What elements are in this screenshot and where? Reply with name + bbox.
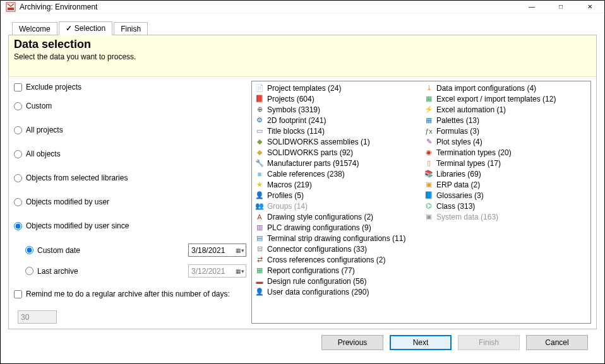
item-label: Symbols (3319) xyxy=(267,105,320,114)
radio-modified-by-user-input[interactable] xyxy=(14,198,22,206)
tab-selection-label: Selection xyxy=(75,24,105,33)
data-type-item[interactable]: ▦Excel export / import templates (12) xyxy=(424,93,588,104)
tab-panel: Data selection Select the data you want … xyxy=(8,35,597,329)
data-type-item[interactable]: ƒxFormulas (3) xyxy=(424,126,588,136)
content: Welcome ✓Selection Finish Data selection… xyxy=(1,13,604,363)
item-label: Formulas (3) xyxy=(436,127,479,136)
item-icon: ⇄ xyxy=(255,255,265,265)
data-type-item[interactable]: 👤Profiles (5) xyxy=(255,190,419,201)
subradio-last-archive-input[interactable] xyxy=(25,267,33,275)
exclude-projects-checkbox[interactable]: Exclude projects xyxy=(14,83,81,91)
item-label: System data (163) xyxy=(436,213,498,221)
titlebar: Archiving: Environment — □ ✕ xyxy=(1,1,604,13)
radio-modified-since-input[interactable] xyxy=(14,222,22,230)
radio-all-projects[interactable]: All projects xyxy=(14,126,63,134)
item-icon: ▦ xyxy=(424,115,434,126)
data-type-item[interactable]: ⇄Cross references configurations (2) xyxy=(255,254,419,265)
data-type-item[interactable]: ▦Palettes (13) xyxy=(424,115,588,126)
item-icon: ▣ xyxy=(424,180,434,190)
data-type-item[interactable]: 👤User data configurations (290) xyxy=(255,286,419,297)
remind-checkbox-input[interactable] xyxy=(14,290,22,298)
finish-button: Finish xyxy=(458,335,520,350)
data-type-item[interactable]: ⚙2D footprint (241) xyxy=(255,115,419,126)
subradio-last-archive[interactable]: Last archive xyxy=(25,267,78,276)
data-type-item[interactable]: ▣ERP data (2) xyxy=(424,179,588,190)
cancel-button[interactable]: Cancel xyxy=(526,335,588,350)
archiving-window: Archiving: Environment — □ ✕ Welcome ✓Se… xyxy=(0,0,605,364)
item-icon: ƒx xyxy=(424,126,434,136)
data-type-item[interactable]: ≡Cable references (238) xyxy=(255,168,419,179)
custom-date-value: 3/18/2021 xyxy=(191,246,225,255)
item-icon: ⚙ xyxy=(255,115,265,126)
radio-modified-since[interactable]: Objects modified by user since xyxy=(14,221,129,230)
item-icon: A xyxy=(255,212,265,222)
item-label: Drawing style configurations (2) xyxy=(267,213,373,221)
data-type-item: 👥Groups (14) xyxy=(255,201,419,211)
item-icon: ◆ xyxy=(255,137,265,147)
data-type-item[interactable]: ▭Title blocks (114) xyxy=(255,126,419,136)
tabs: Welcome ✓Selection Finish xyxy=(12,20,597,35)
calendar-dropdown-icon[interactable]: ▦▾ xyxy=(236,247,244,254)
last-archive-date-picker: 3/12/2021 ▦▾ xyxy=(188,264,246,278)
data-type-item[interactable]: ◆SOLIDWORKS assemblies (1) xyxy=(255,136,419,147)
data-type-item[interactable]: ⊕Symbols (3319) xyxy=(255,104,419,115)
data-type-item[interactable]: ▬Design rule configuration (56) xyxy=(255,276,419,286)
window-buttons: — □ ✕ xyxy=(517,1,604,13)
footer: Previous Next Finish Cancel xyxy=(8,329,597,356)
item-label: Terminal types (17) xyxy=(436,159,501,168)
data-type-item[interactable]: ⚡Excel automation (1) xyxy=(424,104,588,115)
data-type-item[interactable]: ★Macros (219) xyxy=(255,179,419,190)
subradio-custom-date[interactable]: Custom date xyxy=(25,246,80,255)
data-type-item[interactable]: 📚Libraries (69) xyxy=(424,168,588,179)
minimize-button[interactable]: — xyxy=(517,1,546,13)
custom-date-picker[interactable]: 3/18/2021 ▦▾ xyxy=(188,244,246,257)
data-type-item[interactable]: ADrawing style configurations (2) xyxy=(255,211,419,222)
remind-checkbox[interactable]: Remind me to do a regular archive after … xyxy=(14,290,230,298)
radio-custom-input[interactable] xyxy=(14,102,22,110)
subradio-custom-date-input[interactable] xyxy=(25,246,33,254)
data-type-item[interactable]: 📄Project templates (24) xyxy=(255,83,419,93)
maximize-button[interactable]: □ xyxy=(546,1,575,13)
data-type-item[interactable]: ⌬Class (313) xyxy=(424,201,588,211)
item-icon: ⌬ xyxy=(424,201,434,211)
data-type-item[interactable]: 🔧Manufacturer parts (91574) xyxy=(255,158,419,168)
item-icon: 👤 xyxy=(255,287,265,297)
item-icon: ▦ xyxy=(424,94,434,104)
radio-all-projects-input[interactable] xyxy=(14,126,22,134)
item-icon: ◆ xyxy=(255,148,265,158)
data-type-item[interactable]: 📕Projects (604) xyxy=(255,93,419,104)
banner: Data selection Select the data you want … xyxy=(9,35,596,77)
radio-all-objects-input[interactable] xyxy=(14,150,22,158)
radio-custom[interactable]: Custom xyxy=(14,102,52,110)
tab-welcome[interactable]: Welcome xyxy=(12,22,57,35)
item-icon: ⚡ xyxy=(424,105,434,115)
data-type-item[interactable]: ▯Terminal types (17) xyxy=(424,158,588,168)
window-title: Archiving: Environment xyxy=(20,3,517,11)
data-type-item: ▣System data (163) xyxy=(424,211,588,222)
data-type-item[interactable]: ▦Report configurations (77) xyxy=(255,265,419,276)
radio-all-objects[interactable]: All objects xyxy=(14,150,61,158)
tab-selection[interactable]: ✓Selection xyxy=(59,21,112,35)
item-label: Plot styles (4) xyxy=(436,138,482,146)
data-type-item[interactable]: 📘Glossaries (3) xyxy=(424,190,588,201)
item-label: Profiles (5) xyxy=(267,191,304,200)
data-type-item[interactable]: ▥PLC drawing configurations (9) xyxy=(255,222,419,233)
data-type-item[interactable]: ⤓Data import configurations (4) xyxy=(424,83,588,93)
radio-from-libraries-input[interactable] xyxy=(14,174,22,182)
tab-finish[interactable]: Finish xyxy=(114,22,148,35)
item-label: Libraries (69) xyxy=(436,170,481,179)
close-button[interactable]: ✕ xyxy=(575,1,604,13)
data-type-item[interactable]: ✎Plot styles (4) xyxy=(424,136,588,147)
radio-modified-by-user[interactable]: Objects modified by user xyxy=(14,197,109,206)
previous-button[interactable]: Previous xyxy=(321,335,383,350)
data-type-item[interactable]: ⊟Connector configurations (33) xyxy=(255,244,419,254)
exclude-projects-label: Exclude projects xyxy=(26,83,81,91)
radio-from-libraries[interactable]: Objects from selected libraries xyxy=(14,173,128,182)
data-type-item[interactable]: ▤Terminal strip drawing configurations (… xyxy=(255,233,419,244)
exclude-projects-input[interactable] xyxy=(14,83,22,91)
item-label: Project templates (24) xyxy=(267,84,341,93)
data-type-item[interactable]: ◉Termination types (20) xyxy=(424,147,588,158)
item-icon: ▬ xyxy=(255,276,265,286)
data-type-item[interactable]: ◆SOLIDWORKS parts (92) xyxy=(255,147,419,158)
next-button[interactable]: Next xyxy=(390,335,452,350)
